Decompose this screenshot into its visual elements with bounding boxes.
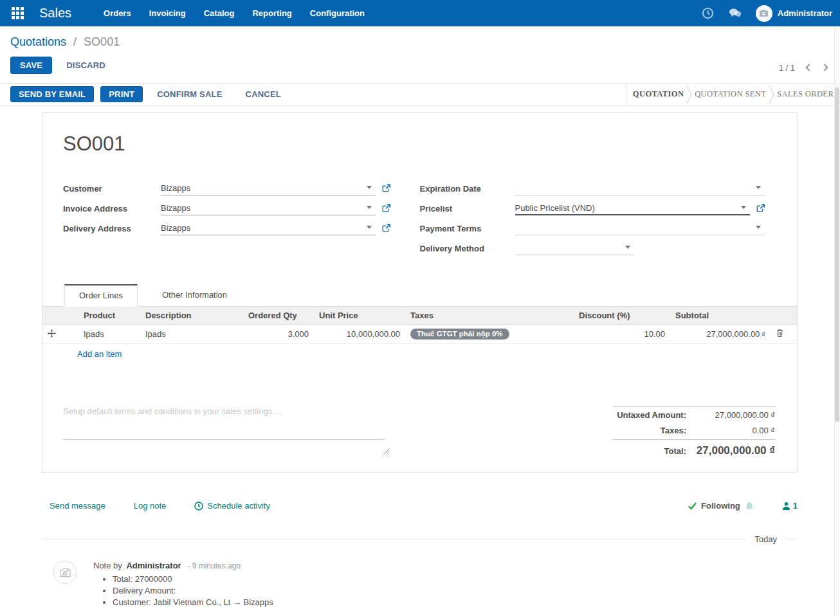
pager-next-icon[interactable] <box>823 62 830 73</box>
activities-clock-icon[interactable] <box>702 7 715 20</box>
message-author[interactable]: Administrator <box>126 561 181 570</box>
pager-counter: 1 / 1 <box>779 63 795 73</box>
subscription-bell-icon[interactable] <box>745 501 754 511</box>
chatter: Send message Log note Schedule activity … <box>42 501 798 616</box>
tab-order-lines[interactable]: Order Lines <box>64 284 138 307</box>
followers-count[interactable]: 1 <box>782 501 798 511</box>
cell-subtotal: 27,000,000.00₫ <box>670 325 771 344</box>
log-note-button[interactable]: Log note <box>126 501 167 511</box>
header-discount[interactable]: Discount (%) <box>574 307 670 325</box>
schedule-activity-button[interactable]: Schedule activity <box>187 501 270 511</box>
customer-dropdown-caret-icon[interactable] <box>367 186 372 192</box>
customer-label: Customer <box>63 184 161 195</box>
breadcrumb-current: SO001 <box>84 35 120 48</box>
invoice-address-input[interactable]: Bizapps <box>161 201 376 215</box>
delivery-address-input[interactable]: Bizapps <box>161 221 376 235</box>
delivery-method-input[interactable] <box>515 241 634 255</box>
status-quotation[interactable]: QUOTATION <box>633 89 684 99</box>
total-value: 27,000,000.00 ₫ <box>686 444 775 457</box>
menu-invoicing[interactable]: Invoicing <box>140 0 195 26</box>
invoice-address-external-link-icon[interactable] <box>382 204 390 214</box>
cell-ordered-qty[interactable]: 3.000 <box>243 325 314 344</box>
send-message-button[interactable]: Send message <box>42 501 105 511</box>
user-avatar <box>756 5 772 22</box>
textarea-resize-grip-icon[interactable] <box>383 448 390 457</box>
header-description[interactable]: Description <box>140 307 243 325</box>
totals-summary: Untaxed Amount: 27,000,000.00 ₫ Taxes: 0… <box>613 406 775 460</box>
schedule-activity-clock-icon <box>194 502 203 511</box>
cell-product[interactable]: Ipads <box>78 325 140 344</box>
pager-previous-icon[interactable] <box>804 62 811 73</box>
taxes-value: 0.00 ₫ <box>686 426 775 435</box>
order-lines-table: Product Description Ordered Qty Unit Pri… <box>42 307 797 344</box>
delete-line-trash-icon[interactable] <box>776 329 784 340</box>
status-sales-order[interactable]: SALES ORDER <box>777 89 834 99</box>
discard-button[interactable]: DISCARD <box>57 57 114 73</box>
header-unit-price[interactable]: Unit Price <box>314 307 405 325</box>
delivery-method-dropdown-caret-icon[interactable] <box>625 246 630 251</box>
send-by-email-button[interactable]: SEND BY EMAIL <box>10 86 94 102</box>
field-delivery-method: Delivery Method <box>420 240 777 255</box>
message-bullet-total: Total: 27000000 <box>113 574 798 584</box>
customer-input[interactable]: Bizapps <box>161 181 376 195</box>
add-an-item-link[interactable]: Add an item <box>63 344 122 359</box>
confirm-sale-button[interactable]: CONFIRM SALE <box>148 86 231 102</box>
camera-off-icon <box>60 568 71 577</box>
currency-symbol: ₫ <box>762 331 765 338</box>
status-quotation-sent[interactable]: QUOTATION SENT <box>695 89 766 99</box>
delivery-address-dropdown-caret-icon[interactable] <box>367 226 372 231</box>
cell-description[interactable]: Ipads <box>140 325 243 344</box>
payment-terms-input[interactable] <box>515 221 765 235</box>
cancel-button[interactable]: CANCEL <box>237 86 290 102</box>
header-product[interactable]: Product <box>78 307 140 325</box>
tab-other-information[interactable]: Other Information <box>148 284 241 306</box>
save-button[interactable]: SAVE <box>10 57 52 74</box>
payment-terms-dropdown-caret-icon[interactable] <box>756 226 761 231</box>
notebook: Order Lines Other Information Product De… <box>63 284 776 359</box>
invoice-address-dropdown-caret-icon[interactable] <box>367 206 372 212</box>
field-invoice-address: Invoice Address Bizapps <box>63 200 420 215</box>
vertical-scrollbar-thumb[interactable] <box>835 87 839 422</box>
header-subtotal[interactable]: Subtotal <box>670 307 771 325</box>
order-line-row[interactable]: Ipads Ipads 3.000 10,000,000.00 Thuế GTG… <box>42 325 797 344</box>
menu-configuration[interactable]: Configuration <box>301 0 374 26</box>
menu-catalog[interactable]: Catalog <box>195 0 244 26</box>
expiration-date-label: Expiration Date <box>420 184 515 195</box>
apps-grid-icon[interactable] <box>12 7 24 19</box>
today-divider: Today <box>42 534 798 544</box>
app-title[interactable]: Sales <box>39 6 71 21</box>
cell-unit-price[interactable]: 10,000,000.00 <box>314 325 405 344</box>
delivery-address-external-link-icon[interactable] <box>382 224 390 234</box>
untaxed-amount-row: Untaxed Amount: 27,000,000.00 ₫ <box>613 406 775 422</box>
vertical-scrollbar-track[interactable] <box>834 26 840 616</box>
menu-reporting[interactable]: Reporting <box>243 0 300 26</box>
menu-orders[interactable]: Orders <box>95 0 140 26</box>
untaxed-amount-value: 27,000,000.00 ₫ <box>686 410 775 420</box>
customer-external-link-icon[interactable] <box>382 184 390 194</box>
expiration-date-input[interactable] <box>515 181 765 195</box>
header-ordered-qty[interactable]: Ordered Qty <box>243 307 314 325</box>
user-menu[interactable]: Administrator <box>756 5 832 22</box>
pricelist-dropdown-caret-icon[interactable] <box>741 206 746 212</box>
messages-chat-icon[interactable] <box>729 7 742 20</box>
expiration-date-dropdown-caret-icon[interactable] <box>756 186 761 192</box>
pricelist-external-link-icon[interactable] <box>756 204 765 214</box>
breadcrumb-quotations[interactable]: Quotations <box>10 35 66 48</box>
terms-textarea[interactable] <box>63 406 385 440</box>
tax-badge[interactable]: Thuế GTGT phải nộp 0% <box>410 329 509 340</box>
cell-taxes[interactable]: Thuế GTGT phải nộp 0% <box>405 325 574 344</box>
field-payment-terms: Payment Terms <box>420 220 777 235</box>
form-sheet: SO001 Customer Bizapps Invoice Address B… <box>42 113 798 473</box>
delivery-method-label: Delivery Method <box>420 244 515 255</box>
cell-delete <box>771 325 797 344</box>
record-title[interactable]: SO001 <box>63 132 776 156</box>
chatter-message: Note by Administrator - 9 minutes ago To… <box>42 561 798 616</box>
terms-and-conditions <box>63 406 385 460</box>
following-toggle[interactable]: Following <box>688 501 754 511</box>
cell-discount[interactable]: 10.00 <box>574 325 670 344</box>
header-taxes[interactable]: Taxes <box>405 307 574 325</box>
row-drag-handle-icon[interactable] <box>42 325 78 344</box>
following-check-icon <box>688 502 697 510</box>
pricelist-input[interactable]: Public Pricelist (VND) <box>515 201 751 215</box>
print-button[interactable]: PRINT <box>100 86 143 102</box>
